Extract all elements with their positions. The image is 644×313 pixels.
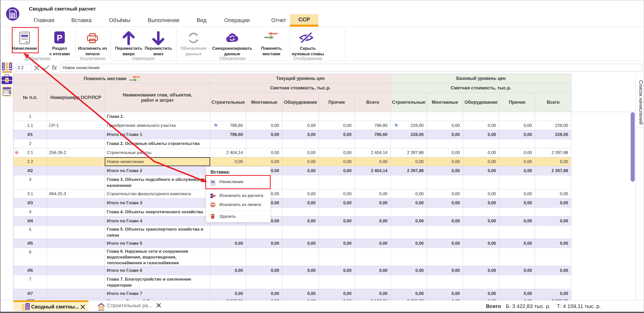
svg-text:P: P (57, 33, 63, 42)
